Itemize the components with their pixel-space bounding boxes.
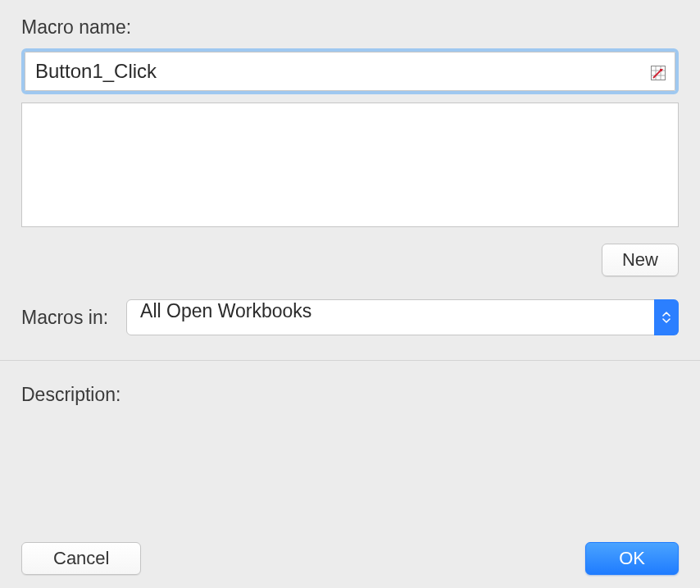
- ok-button[interactable]: OK: [585, 542, 679, 575]
- divider: [0, 360, 700, 361]
- macro-name-field-focus-ring: [21, 48, 679, 94]
- macros-in-label: Macros in:: [21, 307, 108, 329]
- description-label: Description:: [21, 384, 679, 406]
- new-button[interactable]: New: [602, 244, 679, 276]
- macros-in-select[interactable]: All Open Workbooks: [126, 299, 679, 335]
- cancel-button[interactable]: Cancel: [21, 542, 141, 575]
- macro-name-label: Macro name:: [21, 16, 679, 39]
- macro-list[interactable]: [21, 103, 679, 227]
- macro-name-input[interactable]: [25, 52, 675, 91]
